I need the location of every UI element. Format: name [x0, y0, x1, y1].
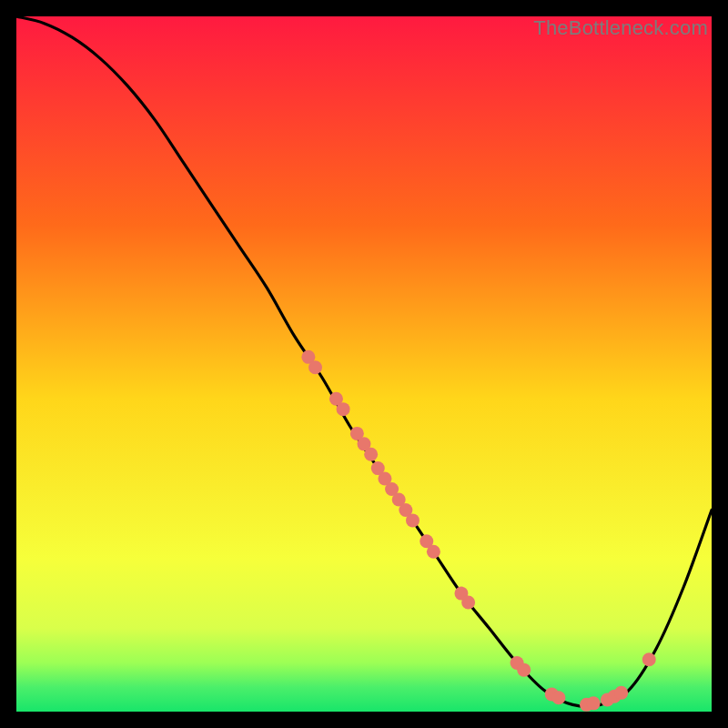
highlight-dot: [461, 596, 475, 610]
highlight-dot: [308, 360, 322, 374]
highlight-dot: [551, 691, 565, 704]
gradient-background: [16, 16, 712, 712]
highlight-dot: [427, 545, 440, 559]
watermark-text: TheBottleneck.com: [533, 16, 708, 40]
highlight-dot: [517, 663, 531, 677]
highlight-dot: [337, 402, 350, 416]
highlight-dot: [642, 652, 656, 666]
chart-frame: TheBottleneck.com: [16, 16, 712, 712]
highlight-dot: [587, 696, 601, 710]
highlight-dot: [406, 513, 420, 527]
bottleneck-chart: [16, 16, 712, 712]
highlight-dot: [364, 448, 378, 461]
highlight-dot: [614, 686, 628, 700]
